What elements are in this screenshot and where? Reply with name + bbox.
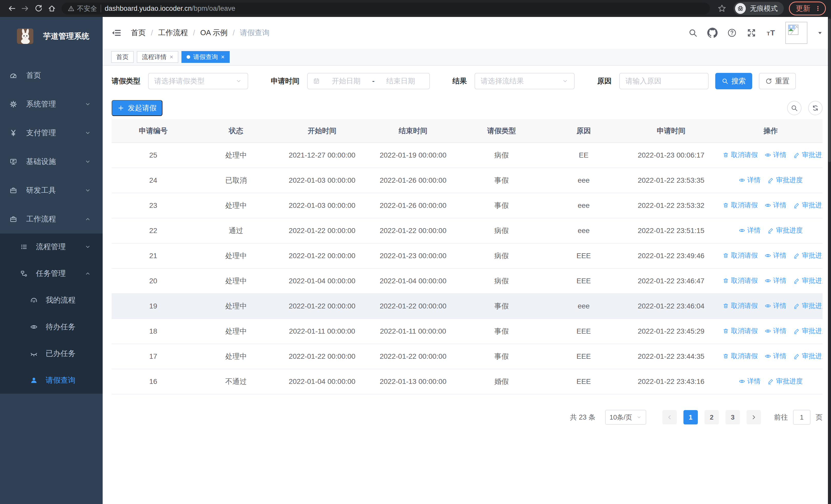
apply-time-range-picker[interactable]: 开始日期 - 结束日期 — [307, 73, 430, 89]
sidebar-item-process-management[interactable]: 流程管理 — [0, 234, 103, 260]
tag-process-detail[interactable]: 流程详情 × — [137, 51, 178, 63]
page-size-select[interactable]: 10条/页 — [605, 410, 646, 425]
action-detail-link[interactable]: 详情 — [739, 226, 761, 235]
sidebar-item-home[interactable]: 首页 — [0, 61, 103, 90]
action-detail-link[interactable]: 详情 — [765, 150, 786, 159]
fullscreen-button[interactable] — [746, 28, 756, 38]
incognito-icon — [735, 3, 746, 14]
browser-update-button[interactable]: 更新 — [789, 2, 826, 16]
cell-apply-id: 17 — [112, 344, 195, 369]
action-detail-link[interactable]: 详情 — [765, 276, 786, 285]
action-detail-link[interactable]: 详情 — [765, 326, 786, 335]
action-cancel-link[interactable]: 取消请假 — [722, 251, 758, 260]
cell-apply-time: 2022-01-22 23:43:16 — [623, 369, 719, 394]
action-progress-link[interactable]: 审批进度 — [793, 251, 823, 260]
breadcrumb-home[interactable]: 首页 — [131, 28, 146, 38]
breadcrumb-workflow[interactable]: 工作流程 — [158, 28, 188, 38]
action-progress-link[interactable]: 审批进度 — [793, 276, 823, 285]
toggle-search-button[interactable] — [787, 101, 801, 115]
page-button-3[interactable]: 3 — [725, 410, 740, 424]
toolbox-icon — [9, 215, 17, 223]
action-cancel-link[interactable]: 取消请假 — [722, 326, 758, 335]
action-progress-link[interactable]: 审批进度 — [767, 176, 803, 184]
action-detail-link[interactable]: 详情 — [765, 251, 786, 260]
chevron-down-icon — [636, 414, 642, 420]
eye-icon — [765, 152, 771, 158]
breadcrumb-oa-example[interactable]: OA 示例 — [200, 28, 227, 38]
security-warning[interactable]: 不安全 — [68, 4, 97, 13]
action-cancel-link[interactable]: 取消请假 — [722, 301, 758, 310]
cell-actions: 详情审批进度 — [719, 369, 823, 394]
sidebar-collapse-button[interactable] — [110, 27, 122, 39]
cell-reason: EEE — [544, 344, 623, 369]
sidebar-item-leave-query[interactable]: 请假查询 — [0, 367, 103, 394]
bookmark-star-button[interactable] — [718, 4, 726, 13]
start-date-placeholder[interactable]: 开始日期 — [323, 76, 370, 86]
refresh-table-button[interactable] — [808, 101, 823, 115]
font-size-button[interactable]: TT — [766, 28, 776, 38]
sidebar-item-workflow[interactable]: 工作流程 — [0, 205, 103, 234]
action-detail-link[interactable]: 详情 — [765, 201, 786, 210]
sidebar-item-my-process[interactable]: 我的流程 — [0, 287, 103, 314]
avatar-dropdown[interactable] — [816, 30, 823, 36]
cell-apply-id: 25 — [112, 143, 195, 168]
browser-reload-button[interactable] — [32, 2, 45, 15]
tag-leave-query[interactable]: 请假查询 × — [181, 51, 230, 63]
action-progress-link[interactable]: 审批进度 — [767, 377, 803, 386]
sidebar-item-payment-management[interactable]: 支付管理 — [0, 119, 103, 147]
reason-input[interactable] — [619, 73, 709, 89]
sidebar-item-infrastructure[interactable]: 基础设施 — [0, 147, 103, 176]
action-cancel-link[interactable]: 取消请假 — [722, 150, 758, 159]
browser-home-button[interactable] — [45, 2, 58, 15]
search-icon — [688, 28, 697, 37]
sidebar-item-system-management[interactable]: 系统管理 — [0, 90, 103, 119]
action-progress-link[interactable]: 审批进度 — [793, 150, 823, 159]
chevron-down-icon — [235, 78, 242, 84]
create-leave-button[interactable]: 发起请假 — [112, 100, 163, 116]
result-select[interactable]: 请选择流结果 — [475, 73, 575, 89]
cell-apply-id: 23 — [112, 193, 195, 218]
cell-apply-time: 2022-01-22 23:46:04 — [623, 294, 719, 319]
avatar[interactable] — [785, 22, 807, 44]
sidebar-item-task-management[interactable]: 任务管理 — [0, 260, 103, 287]
help-button[interactable] — [727, 28, 737, 38]
page-button-1[interactable]: 1 — [683, 410, 698, 424]
address-bar[interactable]: 不安全 dashboard.yudao.iocoder.cn/bpm/oa/le… — [62, 3, 710, 14]
action-detail-link[interactable]: 详情 — [739, 176, 761, 184]
leave-type-select[interactable]: 请选择请假类型 — [148, 73, 248, 89]
sidebar-item-done-tasks[interactable]: 已办任务 — [0, 340, 103, 367]
action-cancel-link[interactable]: 取消请假 — [722, 276, 758, 285]
sidebar-item-dev-tools[interactable]: 研发工具 — [0, 176, 103, 205]
browser-scrollbar[interactable] — [828, 17, 831, 504]
end-date-placeholder[interactable]: 结束日期 — [377, 76, 424, 86]
action-progress-link[interactable]: 审批进度 — [793, 352, 823, 360]
search-button[interactable]: 搜索 — [715, 73, 752, 89]
action-progress-link[interactable]: 审批进度 — [793, 301, 823, 310]
action-progress-link[interactable]: 审批进度 — [793, 201, 823, 210]
action-progress-link[interactable]: 审批进度 — [767, 226, 803, 235]
action-cancel-link[interactable]: 取消请假 — [722, 201, 758, 210]
menu-dots-icon[interactable] — [814, 5, 822, 12]
action-detail-link[interactable]: 详情 — [739, 377, 761, 386]
sidebar-item-todo-tasks[interactable]: 待办任务 — [0, 314, 103, 340]
scrollbar-thumb[interactable] — [828, 19, 831, 162]
header-search-button[interactable] — [688, 28, 698, 38]
close-icon[interactable]: × — [221, 54, 225, 60]
pen-icon — [793, 353, 800, 359]
action-detail-link[interactable]: 详情 — [765, 352, 786, 360]
tag-home[interactable]: 首页 — [111, 51, 134, 63]
close-icon[interactable]: × — [170, 54, 173, 60]
browser-forward-button[interactable] — [19, 2, 32, 15]
trash-icon — [722, 252, 729, 259]
reset-button[interactable]: 重置 — [759, 73, 796, 89]
goto-page-input[interactable] — [793, 410, 810, 425]
cell-leave-type: 病假 — [459, 218, 544, 243]
action-detail-link[interactable]: 详情 — [765, 301, 786, 310]
next-page-button[interactable] — [747, 410, 761, 424]
page-button-2[interactable]: 2 — [705, 410, 719, 424]
browser-back-button[interactable] — [5, 2, 19, 15]
action-cancel-link[interactable]: 取消请假 — [722, 352, 758, 360]
github-link[interactable] — [707, 28, 718, 38]
action-progress-link[interactable]: 审批进度 — [793, 326, 823, 335]
prev-page-button[interactable] — [662, 410, 677, 424]
